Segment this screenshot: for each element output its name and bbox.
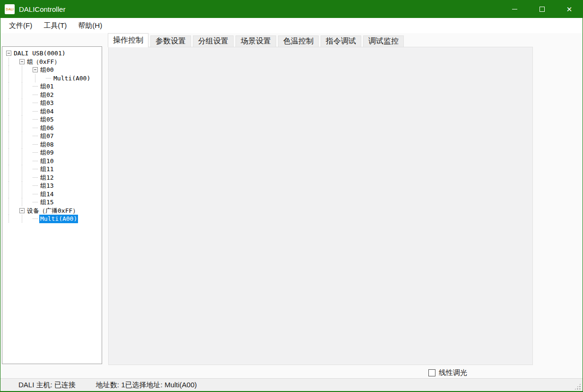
tab[interactable]: 场景设置 [235,35,276,47]
tree-item[interactable]: 组04 [2,107,102,116]
tree-item-label: 组14 [39,190,55,199]
tree-item[interactable]: 组06 [2,124,102,132]
tree-item[interactable]: 组13 [2,182,102,190]
tree-expander-icon[interactable] [19,208,25,213]
tree-item[interactable]: 组02 [2,91,102,99]
tree-item-label: 设备（广播0xFF） [26,207,79,215]
tree-item-label: 组13 [39,182,55,190]
tree-item-label: 组05 [39,115,55,124]
tree-expander-icon[interactable] [33,100,38,105]
device-tree[interactable]: DALI USB(0001) 组（0xFF） 组00 Multi(A00) 组0… [2,46,102,364]
menu-item[interactable]: 帮助(H) [78,21,102,30]
tree-item[interactable]: 组15 [2,198,102,207]
tab[interactable]: 指令调试 [321,35,361,47]
app-icon: DALI [5,4,15,14]
window-controls: ✕ [501,0,583,18]
status-item: 已选择地址: Multi(A00) [125,381,197,390]
linear-dimming-checkbox[interactable] [428,369,435,376]
tree-item[interactable]: 组05 [2,115,102,124]
tree-expander-icon[interactable] [46,76,51,81]
tree-expander-icon[interactable] [19,59,25,64]
tab[interactable]: 色温控制 [278,35,319,47]
minimize-button[interactable] [501,0,528,18]
app-icon-text: DALI [6,8,13,11]
tree-item[interactable]: 组09 [2,148,102,157]
tree-item[interactable]: 组01 [2,82,102,91]
tab[interactable]: 分组设置 [193,35,234,47]
menu-bar: 文件(F)工具(T)帮助(H) [0,18,583,33]
tree-item[interactable]: 组14 [2,190,102,199]
close-button[interactable]: ✕ [556,0,583,18]
tab-strip: 操作控制参数设置分组设置场景设置色温控制指令调试调试监控 [106,33,404,47]
tree-item[interactable]: 组（0xFF） [2,58,102,66]
tree-item[interactable]: DALI USB(0001) [2,49,102,58]
tree-item-label: 组15 [39,198,55,207]
tab-page-operation-control [108,47,533,365]
linear-dimming-label: 线性调光 [439,368,467,377]
tree-item[interactable]: Multi(A00) [2,215,102,223]
tree-item-label: 组08 [39,140,55,149]
tree-item-label: 组04 [39,107,55,116]
tree-expander-icon[interactable] [33,142,38,147]
tree-expander-icon[interactable] [33,109,38,114]
tree-item-label: 组03 [39,99,55,107]
tree-expander-icon[interactable] [33,216,38,221]
tree-item-label: Multi(A00) [39,215,78,223]
tree-item-label: 组09 [39,148,55,157]
tree-item[interactable]: 组12 [2,174,102,182]
tree-expander-icon[interactable] [33,125,38,131]
tree-item-label: 组07 [39,132,55,140]
tree-item-label: Multi(A00) [52,74,91,83]
tree-expander-icon[interactable] [33,92,38,97]
tree-item-label: 组12 [39,174,55,182]
status-bar: DALI 主机: 已连接地址数: 1已选择地址: Multi(A00) [0,378,583,391]
minimize-icon [512,9,517,9]
tree-expander-icon[interactable] [33,67,38,72]
tree-item[interactable]: 组10 [2,157,102,166]
title-bar[interactable]: DALI DALIController ✕ [0,0,583,18]
close-icon: ✕ [566,6,573,13]
tab[interactable]: 操作控制 [108,33,148,47]
tree-expander-icon[interactable] [33,150,38,155]
linear-dimming-row: 线性调光 [428,368,467,377]
tree-item[interactable]: 组00 [2,66,102,74]
tree-expander-icon[interactable] [6,51,11,56]
tree-item-label: 组（0xFF） [26,58,61,66]
tab[interactable]: 调试监控 [363,35,404,47]
menu-item[interactable]: 工具(T) [44,21,67,30]
tree-item[interactable]: Multi(A00) [2,74,102,83]
tree-item-label: 组01 [39,82,55,91]
tree-item[interactable]: 设备（广播0xFF） [2,207,102,215]
tree-item[interactable]: 组07 [2,132,102,140]
maximize-icon [539,7,545,12]
tree-item[interactable]: 组08 [2,140,102,149]
tree-item[interactable]: 组11 [2,165,102,174]
tree-expander-icon[interactable] [33,175,38,180]
tree-expander-icon[interactable] [33,192,38,197]
window-title: DALIController [19,5,65,13]
tree-expander-icon[interactable] [33,200,38,205]
tree-expander-icon[interactable] [33,133,38,139]
tree-item-label: 组06 [39,124,55,132]
tree-expander-icon[interactable] [33,166,38,172]
menu-item[interactable]: 文件(F) [9,21,32,30]
tree-expander-icon[interactable] [33,158,38,164]
tree-item-label: DALI USB(0001) [13,49,67,58]
status-item: DALI 主机: 已连接 [18,381,76,390]
status-item: 地址数: 1 [96,381,125,390]
tree-expander-icon[interactable] [33,183,38,188]
tree-item-label: 组02 [39,91,55,99]
app-window: DALI DALIController ✕ 文件(F)工具(T)帮助(H) DA… [0,0,583,392]
tab[interactable]: 参数设置 [150,35,191,47]
tree-expander-icon[interactable] [33,84,38,89]
tree-expander-icon[interactable] [33,117,38,122]
tree-item-label: 组00 [39,66,55,74]
tree-item-label: 组10 [39,157,55,166]
tree-item[interactable]: 组03 [2,99,102,107]
maximize-button[interactable] [528,0,556,18]
tree-item-label: 组11 [39,165,55,174]
